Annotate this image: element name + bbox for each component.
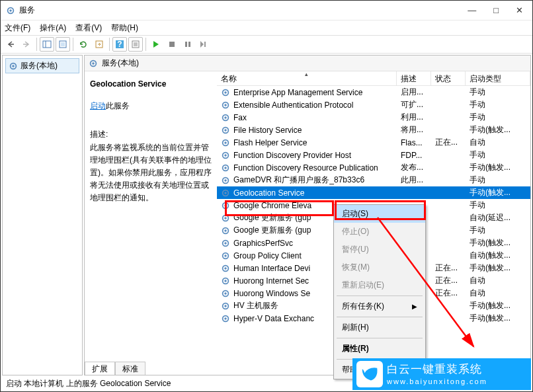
service-name: Flash Helper Service (233, 138, 307, 147)
menu-action[interactable]: 操作(A) (40, 22, 66, 34)
forward-button[interactable] (19, 37, 34, 52)
separator (109, 38, 110, 51)
service-desc: FDP... (397, 151, 431, 160)
service-name: HV 主机服务 (233, 300, 278, 311)
svg-point-20 (92, 62, 95, 65)
description-label: 描述: (90, 128, 212, 141)
export-button[interactable] (92, 37, 106, 52)
service-status: 正在... (431, 262, 466, 274)
table-row[interactable]: Function Discovery Resource Publication发… (217, 161, 530, 174)
service-type: 手动(触发... (466, 124, 530, 136)
restart-service-button[interactable] (196, 37, 211, 52)
content-header: 服务(本地) (85, 56, 530, 71)
svg-point-26 (224, 116, 227, 119)
service-type: 手动(触发... (466, 162, 530, 173)
table-row[interactable]: Fax利用...手动 (217, 111, 530, 124)
service-icon (221, 214, 230, 223)
service-type: 手动 (466, 225, 530, 236)
service-name: Google Chrome Eleva (233, 201, 311, 210)
service-type: 自动(延迟... (466, 212, 530, 223)
refresh-button[interactable] (76, 37, 91, 52)
table-row[interactable]: File History Service将用...手动(触发... (217, 124, 530, 136)
show-hide-tree-button[interactable] (40, 37, 54, 52)
start-service-button[interactable] (149, 37, 163, 52)
service-name: Google 更新服务 (gup (233, 225, 311, 236)
svg-point-50 (224, 267, 227, 270)
content-header-title: 服务(本地) (102, 58, 139, 69)
ctx-resume: 恢复(M) (334, 258, 425, 276)
service-type: 手动(触发... (466, 262, 530, 274)
svg-point-54 (224, 292, 227, 295)
service-name: GraphicsPerfSvc (233, 239, 293, 248)
column-name[interactable]: 名称▴ (217, 71, 397, 85)
table-row[interactable]: Function Discovery Provider HostFDP...手动 (217, 149, 530, 161)
svg-point-56 (224, 305, 227, 307)
table-row[interactable]: Flash Helper ServiceFlas...正在...自动 (217, 136, 530, 149)
table-row[interactable]: Enterprise App Management Service启用...手动 (217, 86, 530, 98)
table-row[interactable]: Geolocation Service手动(触发... (217, 186, 530, 199)
minimize-button[interactable]: — (468, 5, 476, 15)
ctx-properties[interactable]: 属性(R) (334, 340, 425, 358)
separator (145, 38, 146, 51)
service-type: 手动 (466, 112, 530, 123)
help-button[interactable]: ? (112, 37, 127, 52)
properties-button[interactable] (128, 37, 143, 52)
service-icon (221, 163, 230, 173)
menu-help[interactable]: 帮助(H) (111, 22, 138, 34)
column-type[interactable]: 启动类型 (466, 71, 530, 85)
menu-view[interactable]: 查看(V) (75, 22, 102, 34)
service-desc: 将用... (397, 124, 431, 136)
svg-point-58 (224, 317, 227, 320)
service-type: 自动(触发... (466, 250, 530, 261)
column-desc[interactable]: 描述 (397, 71, 431, 85)
stop-service-button[interactable] (165, 37, 179, 52)
service-type: 手动 (466, 87, 530, 98)
service-icon (221, 239, 230, 248)
tab-standard[interactable]: 标准 (115, 362, 145, 375)
table-row[interactable]: Extensible Authentication Protocol可扩...手… (217, 98, 530, 111)
service-name: Group Policy Client (233, 251, 302, 260)
maximize-button[interactable]: □ (493, 5, 499, 15)
service-type: 手动 (466, 149, 530, 161)
sort-asc-icon: ▴ (305, 71, 308, 77)
service-icon (221, 251, 230, 260)
svg-rect-16 (204, 42, 206, 47)
ctx-separator (337, 295, 423, 296)
back-button[interactable] (3, 37, 18, 52)
watermark-title: 白云一键重装系统 (387, 362, 487, 377)
menu-file[interactable]: 文件(F) (5, 22, 30, 34)
ctx-start[interactable]: 启动(S) (334, 205, 425, 223)
window-title: 服务 (19, 5, 35, 16)
ctx-all-tasks[interactable]: 所有任务(K)▶ (334, 297, 425, 315)
service-name: Enterprise App Management Service (233, 88, 362, 97)
column-status[interactable]: 状态 (431, 71, 466, 85)
tree-node-services-local[interactable]: 服务(本地) (5, 58, 79, 73)
services-icon (89, 59, 98, 68)
main-area: 服务(本地) 服务(本地) Geolocation Service 启动此服务 … (2, 55, 531, 375)
service-desc: 此用... (397, 175, 431, 186)
table-row[interactable]: GameDVR 和广播用户服务_87b33c6此用...手动 (217, 174, 530, 186)
svg-rect-14 (185, 42, 187, 47)
service-desc: 利用... (397, 112, 431, 123)
watermark: 白云一键重装系统 www.baiyunxitong.com (352, 358, 531, 390)
service-name: Fax (233, 113, 247, 122)
ctx-refresh[interactable]: 刷新(H) (334, 319, 425, 336)
ctx-separator (337, 317, 423, 317)
svg-point-22 (224, 91, 227, 94)
svg-point-42 (224, 217, 227, 219)
service-type: 手动(触发... (466, 187, 530, 198)
detail-panel: Geolocation Service 启动此服务 描述: 此服务将监视系统的当… (85, 71, 217, 375)
svg-text:?: ? (117, 40, 122, 49)
content-pane: 服务(本地) Geolocation Service 启动此服务 描述: 此服务… (84, 55, 531, 375)
export-list-button[interactable] (56, 37, 70, 52)
service-type: 自动 (466, 275, 530, 286)
close-button[interactable]: ✕ (516, 5, 523, 15)
tree-node-label: 服务(本地) (20, 60, 58, 71)
pause-service-button[interactable] (181, 37, 195, 52)
ctx-stop: 停止(O) (334, 223, 425, 241)
svg-point-46 (224, 242, 227, 245)
service-icon (221, 176, 230, 185)
tab-extended[interactable]: 扩展 (85, 362, 115, 375)
tree-pane: 服务(本地) (2, 55, 83, 375)
start-service-link[interactable]: 启动 (90, 101, 106, 110)
